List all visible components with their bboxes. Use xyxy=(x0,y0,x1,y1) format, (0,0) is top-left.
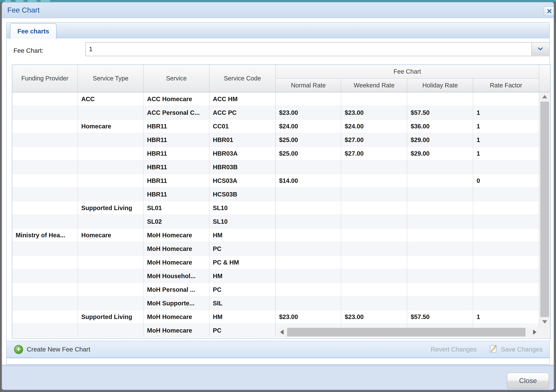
cell-funding-provider[interactable] xyxy=(12,269,78,283)
cell-rate-factor[interactable] xyxy=(473,201,539,215)
cell-service[interactable]: HBR11 xyxy=(144,133,209,147)
cell-service-code[interactable]: HM xyxy=(209,310,276,324)
cell-funding-provider[interactable] xyxy=(12,242,78,256)
scroll-left-button[interactable] xyxy=(278,327,286,337)
vertical-scrollbar[interactable] xyxy=(539,92,550,338)
fee-chart-dropdown-button[interactable] xyxy=(531,43,549,56)
cell-service-code[interactable]: HBR03A xyxy=(209,147,276,160)
cell-normal-rate[interactable]: $14.00 xyxy=(276,174,341,188)
cell-service-code[interactable]: HCS03A xyxy=(209,174,276,188)
cell-service-type[interactable]: Supported Living xyxy=(78,201,144,215)
cell-service[interactable]: HBR11 xyxy=(144,120,209,133)
cell-service-code[interactable]: HBR03B xyxy=(209,160,276,174)
cell-funding-provider[interactable]: Ministry of Hea... xyxy=(12,228,78,242)
cell-service-type[interactable]: ACC xyxy=(78,92,144,106)
cell-service-code[interactable]: ACC PC xyxy=(209,106,276,120)
fee-chart-combobox[interactable]: 1 xyxy=(85,42,550,56)
cell-weekend-rate[interactable] xyxy=(341,201,407,215)
cell-service-type[interactable]: Homecare xyxy=(78,228,144,242)
cell-normal-rate[interactable] xyxy=(276,201,341,215)
fee-chart-combobox-value[interactable]: 1 xyxy=(89,43,93,56)
cell-service-code[interactable]: CC01 xyxy=(209,120,276,133)
cell-rate-factor[interactable] xyxy=(473,215,539,228)
cell-service-type[interactable]: Homecare xyxy=(78,120,144,133)
cell-holiday-rate[interactable] xyxy=(407,242,473,256)
cell-funding-provider[interactable] xyxy=(12,120,78,133)
cell-service-code[interactable]: PC & HM xyxy=(209,256,276,269)
cell-normal-rate[interactable] xyxy=(276,160,341,174)
cell-service[interactable]: MoH Homecare xyxy=(144,228,209,242)
cell-funding-provider[interactable] xyxy=(12,92,78,106)
cell-service-code[interactable]: SIL xyxy=(209,297,276,310)
cell-weekend-rate[interactable]: $27.00 xyxy=(341,133,407,147)
cell-weekend-rate[interactable] xyxy=(341,160,407,174)
cell-funding-provider[interactable] xyxy=(12,106,78,120)
save-changes-button[interactable]: Save Changes xyxy=(489,341,542,358)
cell-funding-provider[interactable] xyxy=(12,160,78,174)
cell-service-type[interactable] xyxy=(78,160,144,174)
cell-service-code[interactable]: PC xyxy=(209,324,276,337)
cell-normal-rate[interactable] xyxy=(276,92,341,106)
cell-service-type[interactable] xyxy=(78,174,144,188)
cell-rate-factor[interactable] xyxy=(473,188,539,201)
cell-rate-factor[interactable] xyxy=(473,297,539,310)
cell-funding-provider[interactable] xyxy=(12,188,78,201)
cell-normal-rate[interactable] xyxy=(276,269,341,283)
cell-normal-rate[interactable] xyxy=(276,188,341,201)
cell-service-type[interactable] xyxy=(78,106,144,120)
cell-holiday-rate[interactable] xyxy=(407,160,473,174)
cell-service-code[interactable]: HBR01 xyxy=(209,133,276,147)
close-icon[interactable]: ✕ xyxy=(544,6,554,16)
cell-normal-rate[interactable] xyxy=(276,283,341,297)
cell-holiday-rate[interactable] xyxy=(407,269,473,283)
cell-normal-rate[interactable]: $25.00 xyxy=(276,133,341,147)
cell-service-type[interactable] xyxy=(78,133,144,147)
cell-funding-provider[interactable] xyxy=(12,310,78,324)
cell-holiday-rate[interactable] xyxy=(407,297,473,310)
cell-rate-factor[interactable]: 1 xyxy=(473,133,539,147)
cell-normal-rate[interactable] xyxy=(276,228,341,242)
cell-holiday-rate[interactable] xyxy=(407,201,473,215)
cell-weekend-rate[interactable] xyxy=(341,242,407,256)
scroll-up-button[interactable] xyxy=(539,92,550,101)
column-header-rate-factor[interactable]: Rate Factor xyxy=(473,79,539,92)
cell-service-type[interactable] xyxy=(78,215,144,228)
horizontal-scrollbar-thumb[interactable] xyxy=(287,328,525,336)
cell-normal-rate[interactable] xyxy=(276,242,341,256)
cell-weekend-rate[interactable] xyxy=(341,228,407,242)
cell-service[interactable]: MoH Homecare xyxy=(144,324,209,337)
cell-rate-factor[interactable] xyxy=(473,256,539,269)
cell-service-type[interactable] xyxy=(78,283,144,297)
column-header-service[interactable]: Service xyxy=(144,65,209,92)
revert-changes-button[interactable]: Revert Changes xyxy=(431,341,477,358)
cell-service[interactable]: HBR11 xyxy=(144,160,209,174)
cell-rate-factor[interactable] xyxy=(473,228,539,242)
cell-service-code[interactable]: PC xyxy=(209,283,276,297)
cell-service-code[interactable]: HCS03B xyxy=(209,188,276,201)
cell-service[interactable]: MoH Homecare xyxy=(144,310,209,324)
cell-holiday-rate[interactable] xyxy=(407,215,473,228)
cell-service-type[interactable] xyxy=(78,324,144,337)
cell-service-type[interactable] xyxy=(78,269,144,283)
cell-normal-rate[interactable] xyxy=(276,215,341,228)
cell-weekend-rate[interactable] xyxy=(341,256,407,269)
cell-holiday-rate[interactable]: $57.50 xyxy=(407,310,473,324)
cell-weekend-rate[interactable]: $27.00 xyxy=(341,147,407,160)
column-header-normal-rate[interactable]: Normal Rate xyxy=(276,79,341,92)
cell-funding-provider[interactable] xyxy=(12,147,78,160)
cell-rate-factor[interactable]: 1 xyxy=(473,310,539,324)
cell-weekend-rate[interactable]: $23.00 xyxy=(341,106,407,120)
cell-holiday-rate[interactable]: $57.50 xyxy=(407,106,473,120)
cell-funding-provider[interactable] xyxy=(12,174,78,188)
column-header-weekend-rate[interactable]: Weekend Rate xyxy=(341,79,407,92)
cell-service[interactable]: HBR11 xyxy=(144,147,209,160)
cell-service[interactable]: ACC Personal C... xyxy=(144,106,209,120)
cell-service[interactable]: SL02 xyxy=(144,215,209,228)
cell-service-code[interactable]: SL10 xyxy=(209,201,276,215)
cell-funding-provider[interactable] xyxy=(12,215,78,228)
cell-holiday-rate[interactable]: $36.00 xyxy=(407,120,473,133)
create-new-fee-chart-button[interactable]: + Create New Fee Chart xyxy=(14,341,90,358)
cell-service-code[interactable]: HM xyxy=(209,228,276,242)
cell-rate-factor[interactable]: 0 xyxy=(473,174,539,188)
cell-rate-factor[interactable] xyxy=(473,160,539,174)
